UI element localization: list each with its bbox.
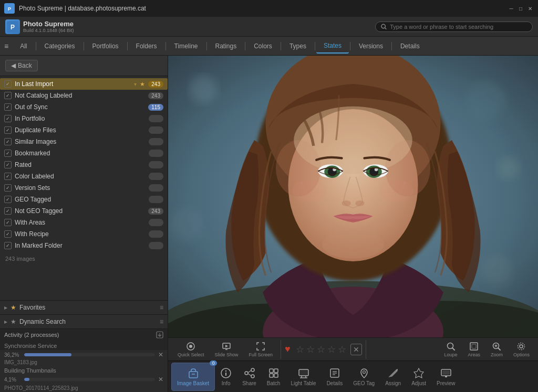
quick-select-label: Quick Select	[178, 352, 204, 357]
tab-colors[interactable]: Colors	[246, 39, 280, 53]
state-item-with-areas[interactable]: ✓ With Areas	[0, 217, 168, 228]
activity-label: Activity (2 processes)	[4, 332, 153, 338]
close-button[interactable]: ✕	[526, 5, 534, 12]
progress-percent-1: 36,2%	[4, 352, 21, 358]
tab-versions[interactable]: Versions	[351, 39, 390, 53]
tab-portfolios[interactable]: Portfolios	[85, 39, 126, 53]
check-icon: ✓	[4, 115, 12, 122]
progress-fill-1	[24, 353, 71, 356]
state-label: Duplicate Files	[15, 126, 146, 134]
separator	[366, 340, 366, 359]
svg-rect-68	[274, 374, 278, 377]
tab-details[interactable]: Details	[393, 39, 427, 53]
toggle-switch[interactable]	[149, 184, 163, 192]
minimize-button[interactable]: ─	[508, 5, 515, 12]
geo-tag-button[interactable]: GEO Tag	[348, 363, 380, 391]
toggle-switch[interactable]	[149, 242, 163, 249]
toggle-switch[interactable]	[149, 161, 163, 168]
star-4-button[interactable]: ☆	[327, 344, 336, 355]
state-item-in-portfolio[interactable]: ✓ In Portfolio	[0, 113, 168, 124]
tab-timeline[interactable]: Timeline	[167, 39, 205, 53]
toggle-switch[interactable]	[149, 230, 163, 238]
svg-rect-47	[470, 343, 478, 350]
areas-button[interactable]: Areas	[464, 340, 483, 359]
state-item-not-catalog-labeled[interactable]: ✓ Not Catalog Labeled 243	[0, 90, 168, 101]
full-screen-icon	[256, 342, 265, 351]
toggle-switch[interactable]	[149, 196, 163, 203]
slide-show-label: Slide Show	[215, 352, 239, 357]
state-item-geo-tagged[interactable]: ✓ GEO Tagged	[0, 194, 168, 205]
svg-marker-79	[414, 368, 423, 378]
star-1-button[interactable]: ☆	[296, 344, 304, 355]
star-3-button[interactable]: ☆	[317, 344, 325, 355]
toggle-switch[interactable]	[149, 150, 163, 157]
details-button[interactable]: Details	[322, 363, 348, 391]
state-item-in-last-import[interactable]: ✓ In Last Import ▾ ★ 243	[0, 78, 168, 90]
toggle-switch[interactable]	[149, 115, 163, 122]
state-item-similar-images[interactable]: ✓ Similar Images	[0, 136, 168, 147]
main-area: ◀ Back ✓ In Last Import ▾ ★ 243 ✓ Not Ca…	[0, 56, 538, 392]
tab-ratings[interactable]: Ratings	[208, 39, 244, 53]
loupe-icon	[446, 342, 456, 351]
tab-folders[interactable]: Folders	[129, 39, 164, 53]
back-button[interactable]: ◀ Back	[5, 60, 38, 71]
state-item-not-geo-tagged[interactable]: ✓ Not GEO Tagged 243	[0, 205, 168, 217]
toggle-switch[interactable]	[149, 173, 163, 180]
dynamic-search-panel[interactable]: ▶ ★ Dynamic Search ≡	[0, 314, 168, 329]
full-screen-button[interactable]: Full Screen	[245, 340, 277, 359]
state-item-version-sets[interactable]: ✓ Version Sets	[0, 182, 168, 194]
state-label: GEO Tagged	[15, 196, 146, 203]
zoom-button[interactable]: Zoom	[488, 340, 506, 359]
tab-all[interactable]: All	[13, 39, 34, 53]
search-bar[interactable]	[375, 22, 533, 32]
state-item-out-of-sync[interactable]: ✓ Out of Sync 115	[0, 101, 168, 113]
options-button[interactable]: Options	[510, 340, 533, 359]
svg-point-54	[518, 343, 525, 349]
toggle-switch[interactable]	[149, 219, 163, 226]
star-5-button[interactable]: ☆	[338, 344, 346, 355]
toggle-switch[interactable]	[149, 126, 163, 134]
panel-menu-icon[interactable]: ≡	[160, 304, 163, 311]
hamburger-menu[interactable]: ≡	[4, 42, 8, 50]
check-icon: ✓	[4, 161, 12, 168]
search-input[interactable]	[390, 24, 527, 30]
reject-button[interactable]: ✕	[350, 344, 362, 355]
share-button[interactable]: Share	[237, 363, 262, 391]
assign-button[interactable]: Assign	[380, 363, 406, 391]
cancel-button-2[interactable]: ✕	[158, 376, 163, 383]
heart-button[interactable]: ♥	[285, 344, 291, 355]
loupe-button[interactable]: Loupe	[441, 340, 460, 359]
state-item-duplicate-files[interactable]: ✓ Duplicate Files	[0, 124, 168, 136]
batch-button[interactable]: Batch	[262, 363, 286, 391]
state-label: Similar Images	[15, 138, 146, 145]
favorites-panel[interactable]: ▶ ★ Favorites ≡	[0, 300, 168, 314]
cancel-button-1[interactable]: ✕	[158, 351, 163, 358]
tab-types[interactable]: Types	[282, 39, 314, 53]
info-button[interactable]: Info	[215, 363, 237, 391]
image-basket-wrap: Image Basket 0	[171, 363, 215, 391]
restore-button[interactable]: □	[517, 5, 524, 12]
light-table-button[interactable]: Light Table	[285, 363, 321, 391]
star-2-button[interactable]: ☆	[306, 344, 315, 355]
slide-show-button[interactable]: Slide Show	[211, 340, 243, 359]
tab-categories[interactable]: Categories	[37, 39, 82, 53]
tab-states[interactable]: States	[316, 39, 349, 54]
state-item-rated[interactable]: ✓ Rated	[0, 159, 168, 171]
adjust-button[interactable]: Adjust	[406, 363, 431, 391]
check-icon: ✓	[4, 80, 12, 88]
image-basket-button[interactable]: Image Basket	[171, 363, 215, 391]
quick-select-button[interactable]: Quick Select	[173, 340, 209, 359]
toggle-switch[interactable]	[149, 138, 163, 145]
panel-menu-icon[interactable]: ≡	[160, 318, 163, 325]
nav-sep-5	[206, 42, 207, 50]
progress-file-2: PHOTO_20170114_225823.jpg	[0, 385, 168, 392]
svg-point-4	[381, 24, 386, 28]
preview-button[interactable]: Preview	[431, 363, 461, 391]
state-item-in-marked-folder[interactable]: ✓ In Marked Folder	[0, 240, 168, 251]
state-item-bookmarked[interactable]: ✓ Bookmarked	[0, 147, 168, 159]
svg-point-41	[189, 345, 192, 348]
state-item-color-labeled[interactable]: ✓ Color Labeled	[0, 171, 168, 182]
image-basket-label: Image Basket	[177, 380, 209, 386]
state-item-with-recipe[interactable]: ✓ With Recipe	[0, 228, 168, 240]
areas-icon	[469, 342, 479, 351]
